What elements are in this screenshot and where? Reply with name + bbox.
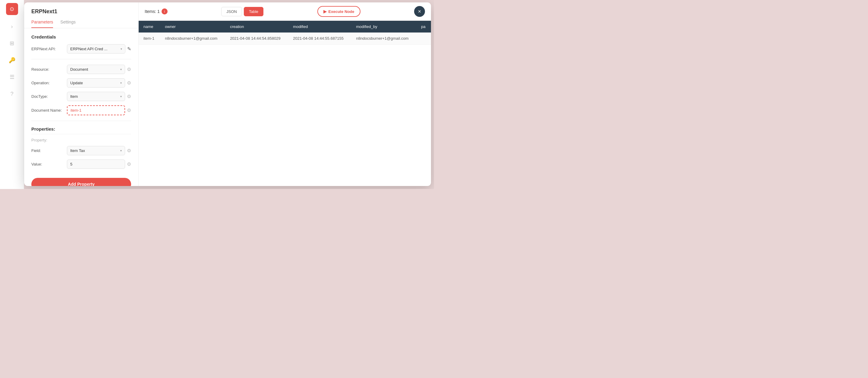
sidebar-item-key[interactable]: 🔑 <box>0 55 24 66</box>
field-label: Field: <box>31 148 64 153</box>
play-icon: ▶ <box>323 9 327 14</box>
add-property-button[interactable]: Add Property <box>31 178 131 186</box>
table-body: item-1n8ndocsburner+1@gmail.com2021-04-0… <box>138 33 431 44</box>
view-toggle: JSON Table <box>221 7 264 16</box>
items-badge: Items: 1 i <box>145 8 167 14</box>
data-table: name owner creation modified modified_by… <box>138 21 431 44</box>
document-name-row: Document Name: ⚙ <box>31 105 131 115</box>
document-name-label: Document Name: <box>31 108 64 112</box>
panel-title: ERPNext1 <box>31 8 131 15</box>
sidebar-item-nodes[interactable]: ⊞ <box>0 38 24 49</box>
doctype-label: DocType: <box>31 94 64 99</box>
table-header: name owner creation modified modified_by… <box>138 21 431 33</box>
table-row: item-1n8ndocsburner+1@gmail.com2021-04-0… <box>138 33 431 44</box>
document-name-control-wrapper: ⚙ <box>67 105 131 115</box>
properties-title: Properties: <box>31 127 131 132</box>
properties-section: Properties: Property: Field: Item Tax ▾ … <box>31 127 131 169</box>
right-panel: Items: 1 i JSON Table ▶ Execute Node × n… <box>138 2 431 186</box>
value-value: 5 <box>70 162 72 166</box>
gear-icon-value[interactable]: ⚙ <box>127 161 131 167</box>
doctype-select[interactable]: Item ▾ <box>67 92 125 101</box>
panel-body: Credentials ERPNext API: ERPNext API Cre… <box>24 28 138 186</box>
chevron-down-icon: ▾ <box>121 47 122 50</box>
col-pa: pa <box>416 21 431 33</box>
cell-name: item-1 <box>138 33 160 44</box>
key-icon: 🔑 <box>9 57 16 64</box>
cell-modified: 2021-04-08 14:44:55.687155 <box>288 33 351 44</box>
nodes-icon: ⊞ <box>10 40 14 47</box>
value-row: Value: 5 ⚙ <box>31 160 131 169</box>
arrow-right-icon: › <box>11 24 13 30</box>
chevron-down-icon-2: ▾ <box>120 68 122 71</box>
api-row: ERPNext API: ERPNext API Cred ... ▾ ✎ <box>31 44 131 54</box>
chevron-down-icon-5: ▾ <box>120 149 122 152</box>
resource-label: Resource: <box>31 67 64 72</box>
logo-icon: ⊙ <box>10 6 14 12</box>
api-select[interactable]: ERPNext API Cred ... ▾ <box>67 44 125 54</box>
cell-pa <box>416 33 431 44</box>
api-label: ERPNext API: <box>31 47 64 51</box>
resource-value: Document <box>70 67 88 72</box>
list-icon: ☰ <box>10 74 14 80</box>
field-control-wrapper: Item Tax ▾ ⚙ <box>67 146 131 155</box>
col-modified-by: modified_by <box>351 21 416 33</box>
cell-owner: n8ndocsburner+1@gmail.com <box>160 33 225 44</box>
operation-value: Update <box>70 81 83 85</box>
json-toggle-button[interactable]: JSON <box>221 7 242 16</box>
info-icon[interactable]: i <box>161 8 167 14</box>
cell-modified_by: n8ndocsburner+1@gmail.com <box>351 33 416 44</box>
operation-row: Operation: Update ▾ ⚙ <box>31 78 131 88</box>
close-button[interactable]: × <box>414 6 425 17</box>
value-input[interactable]: 5 <box>67 160 125 169</box>
tab-parameters[interactable]: Parameters <box>31 20 53 28</box>
table-container: name owner creation modified modified_by… <box>138 21 431 186</box>
operation-control-wrapper: Update ▾ ⚙ <box>67 78 131 88</box>
col-name: name <box>138 21 160 33</box>
table-toggle-button[interactable]: Table <box>244 7 264 16</box>
chevron-down-icon-4: ▾ <box>120 95 122 98</box>
document-name-input[interactable] <box>67 105 125 115</box>
value-control-wrapper: 5 ⚙ <box>67 160 131 169</box>
cell-creation: 2021-04-08 14:44:54.858029 <box>225 33 288 44</box>
items-label: Items: 1 <box>145 9 160 14</box>
sidebar-logo[interactable]: ⊙ <box>6 3 18 15</box>
gear-icon-operation[interactable]: ⚙ <box>127 80 131 86</box>
sidebar-item-list[interactable]: ☰ <box>0 72 24 82</box>
col-owner: owner <box>160 21 225 33</box>
resource-control-wrapper: Document ▾ ⚙ <box>67 65 131 74</box>
field-select[interactable]: Item Tax ▾ <box>67 146 125 155</box>
doctype-control-wrapper: Item ▾ ⚙ <box>67 92 131 101</box>
edit-icon[interactable]: ✎ <box>127 46 131 52</box>
resource-row: Resource: Document ▾ ⚙ <box>31 65 131 74</box>
value-label: Value: <box>31 162 64 166</box>
gear-icon-resource[interactable]: ⚙ <box>127 67 131 72</box>
gear-icon-docname[interactable]: ⚙ <box>127 107 131 113</box>
api-control-wrapper: ERPNext API Cred ... ▾ ✎ <box>67 44 131 54</box>
execute-button[interactable]: ▶ Execute Node <box>317 6 361 17</box>
sidebar: ⊙ › ⊞ 🔑 ☰ ? <box>0 0 24 189</box>
tabs: Parameters Settings <box>31 20 131 28</box>
sidebar-item-arrow[interactable]: › <box>0 21 24 32</box>
question-icon: ? <box>10 91 13 97</box>
left-panel: ERPNext1 Parameters Settings Credentials… <box>24 2 138 186</box>
property-label: Property: <box>31 138 131 142</box>
doctype-row: DocType: Item ▾ ⚙ <box>31 92 131 101</box>
col-modified: modified <box>288 21 351 33</box>
sidebar-item-question[interactable]: ? <box>0 89 24 99</box>
resource-select[interactable]: Document ▾ <box>67 65 125 74</box>
operation-select[interactable]: Update ▾ <box>67 78 125 88</box>
gear-icon-field[interactable]: ⚙ <box>127 148 131 153</box>
operation-label: Operation: <box>31 81 64 85</box>
panel-header: ERPNext1 Parameters Settings <box>24 2 138 28</box>
credentials-title: Credentials <box>31 34 131 39</box>
field-row: Field: Item Tax ▾ ⚙ <box>31 146 131 155</box>
modal: ERPNext1 Parameters Settings Credentials… <box>24 2 431 186</box>
col-creation: creation <box>225 21 288 33</box>
right-header: Items: 1 i JSON Table ▶ Execute Node × <box>138 2 431 21</box>
execute-label: Execute Node <box>329 9 354 14</box>
gear-icon-doctype[interactable]: ⚙ <box>127 94 131 99</box>
field-value: Item Tax <box>70 148 85 153</box>
doctype-value: Item <box>70 94 78 99</box>
tab-settings[interactable]: Settings <box>60 20 76 28</box>
api-value: ERPNext API Cred ... <box>70 47 107 51</box>
